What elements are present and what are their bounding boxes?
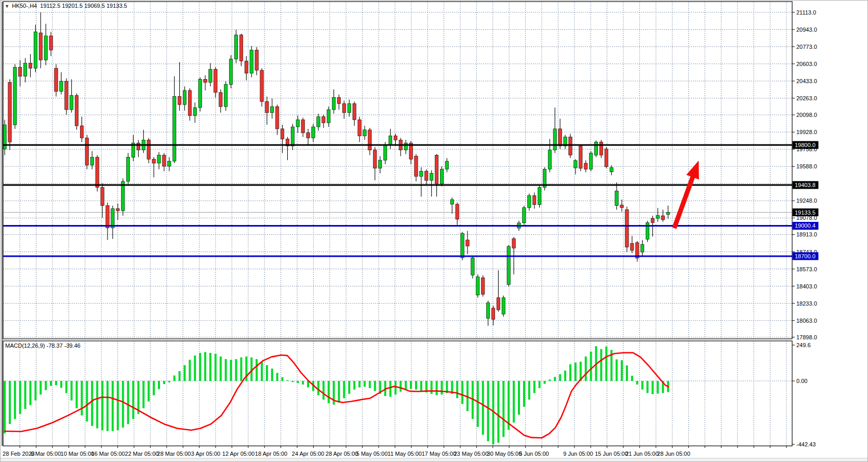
candle-body — [651, 218, 654, 222]
candle-body — [482, 278, 485, 295]
candle-body — [173, 97, 176, 161]
macd-histogram-bar — [276, 373, 278, 381]
candle-body — [55, 68, 58, 91]
macd-histogram-bar — [513, 381, 515, 423]
candle-body — [183, 90, 186, 104]
y-axis-tick-label: 20263.0 — [796, 95, 817, 101]
candle-body — [569, 137, 572, 155]
macd-histogram-bar — [4, 381, 6, 433]
macd-histogram-bar — [631, 376, 633, 381]
macd-histogram-bar — [323, 381, 325, 400]
candle-body — [348, 103, 351, 113]
macd-histogram-bar — [461, 381, 463, 404]
macd-histogram-bar — [117, 381, 119, 430]
macd-axis-tick-label: 249.6 — [796, 342, 811, 348]
symbol-menu-arrow-icon[interactable]: ▼ — [5, 4, 9, 9]
macd-axis-tick-label: -442.43 — [796, 441, 816, 447]
macd-histogram-bar — [364, 381, 366, 387]
macd-histogram-bar — [122, 381, 124, 428]
macd-histogram-bar — [24, 381, 26, 409]
candle-body — [8, 82, 11, 142]
macd-histogram-bar — [225, 359, 227, 381]
candle-body — [85, 138, 88, 165]
price-level-label: 19000.4 — [795, 222, 816, 229]
candle-body — [214, 69, 217, 93]
macd-histogram-bar — [184, 365, 186, 381]
candle-body — [75, 96, 78, 126]
candle-body — [415, 156, 418, 176]
candle-body — [379, 160, 382, 168]
candle-body — [29, 63, 32, 68]
macd-histogram-bar — [410, 381, 412, 389]
macd-histogram-bar — [569, 364, 571, 381]
macd-histogram-bar — [163, 381, 165, 384]
candle-body — [229, 59, 232, 85]
candle-body — [558, 129, 562, 146]
candle-body — [281, 129, 284, 139]
candle-body — [353, 103, 356, 120]
candle-body — [368, 130, 371, 150]
chart-canvas[interactable]: 21113.020943.020773.020603.020433.020263… — [1, 1, 868, 462]
candle-body — [430, 173, 433, 180]
macd-histogram-bar — [621, 360, 623, 381]
x-axis-date-label: 23 May 05:00 — [454, 451, 489, 457]
candle-body — [14, 67, 17, 125]
candle-body — [163, 155, 166, 166]
macd-histogram-bar — [209, 353, 211, 381]
candle-body — [19, 67, 22, 76]
y-axis-tick-label: 18063.0 — [796, 318, 817, 324]
candle-body — [615, 191, 618, 205]
macd-histogram-bar — [112, 381, 114, 431]
candle-body — [476, 277, 479, 295]
candle-body — [224, 84, 228, 107]
candle-body — [445, 161, 448, 169]
candle-body — [358, 120, 361, 136]
macd-histogram-bar — [554, 377, 556, 381]
macd-histogram-bar — [132, 381, 135, 419]
macd-histogram-bar — [374, 381, 376, 391]
candle-body — [589, 153, 592, 169]
candle-body — [111, 209, 114, 228]
macd-histogram-bar — [636, 381, 638, 385]
candle-body — [101, 188, 104, 206]
candle-body — [507, 246, 510, 284]
macd-histogram-bar — [60, 381, 62, 388]
y-axis-tick-label: 17898.0 — [796, 334, 817, 340]
candle-body — [512, 239, 515, 248]
macd-indicator-label: MACD(12,26,9) -78.37 -39.46 — [5, 342, 81, 349]
y-axis-tick-label: 20603.0 — [796, 61, 817, 67]
candle-body — [126, 157, 129, 181]
macd-histogram-bar — [518, 381, 520, 415]
price-level-label: 19800.0 — [795, 142, 816, 148]
macd-histogram-bar — [348, 381, 350, 394]
macd-histogram-bar — [106, 381, 109, 431]
y-axis-tick-label: 21113.0 — [796, 9, 816, 16]
candle-body — [70, 96, 73, 110]
macd-histogram-bar — [220, 357, 222, 381]
x-axis-date-label: 15 Jun 05:00 — [595, 451, 628, 457]
macd-histogram-bar — [173, 375, 176, 381]
macd-histogram-bar — [127, 381, 129, 424]
candle-body — [80, 126, 83, 138]
candle-body — [250, 50, 253, 73]
macd-histogram-bar — [651, 381, 653, 394]
macd-histogram-bar — [390, 381, 392, 397]
macd-histogram-bar — [179, 371, 181, 381]
macd-histogram-bar — [297, 381, 299, 383]
macd-histogram-bar — [549, 379, 551, 381]
y-axis-tick-label: 18573.0 — [796, 266, 817, 272]
candle-body — [461, 233, 464, 258]
bottom-status-strip — [1, 458, 867, 461]
candle-body — [574, 161, 577, 168]
macd-histogram-bar — [71, 381, 73, 401]
x-axis-date-label: 12 Apr 05:00 — [222, 451, 255, 457]
macd-histogram-bar — [261, 362, 263, 381]
price-level-label: 18700.0 — [795, 253, 816, 259]
macd-histogram-bar — [14, 381, 16, 419]
y-axis-tick-label: 20098.0 — [796, 112, 817, 118]
x-axis-date-label: 11 May 05:00 — [388, 451, 422, 457]
macd-histogram-bar — [34, 381, 36, 401]
candle-body — [599, 142, 603, 155]
candle-body — [204, 80, 207, 83]
candle-body — [106, 206, 109, 228]
